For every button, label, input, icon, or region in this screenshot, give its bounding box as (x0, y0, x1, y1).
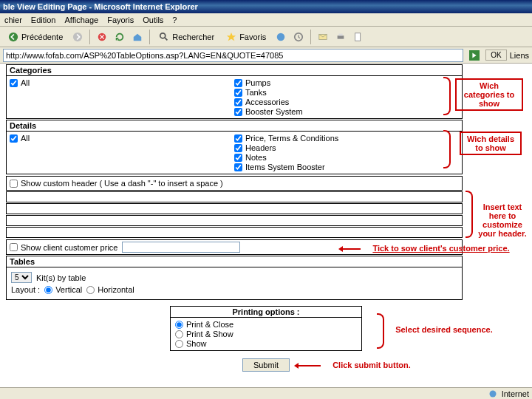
window-title: ble View Editing Page - Microsoft Intern… (3, 2, 198, 11)
brace-details (443, 130, 451, 168)
brace-header (466, 191, 473, 238)
toolbar: Précédente Rechercher Favoris (0, 27, 532, 47)
media-button[interactable] (273, 29, 289, 45)
print-button[interactable] (332, 29, 349, 45)
window-titlebar: ble View Editing Page - Microsoft Intern… (0, 0, 532, 13)
det-item[interactable]: Headers (234, 143, 459, 152)
address-bar: http://www.fofab.com/ASP%20TableOptions.… (0, 47, 532, 64)
forward-button[interactable] (69, 29, 86, 45)
custom-header-row: Show custom header ( Use a dash "-" to i… (6, 176, 463, 191)
cat-item[interactable]: Accessories (234, 98, 459, 106)
svg-rect-8 (339, 33, 343, 35)
statusbar: Internet (0, 387, 532, 399)
custom-header-check[interactable]: Show custom header ( Use a dash "-" to i… (10, 179, 459, 188)
arrow-submit (296, 365, 321, 366)
address-input[interactable]: http://www.fofab.com/ASP%20TableOptions.… (3, 49, 463, 62)
menu-favorites[interactable]: Fayoris (107, 16, 134, 24)
details-all[interactable]: All (10, 134, 234, 143)
refresh-icon (115, 32, 125, 42)
refresh-button[interactable] (112, 29, 128, 45)
callout-submit: Click submit button. (324, 359, 420, 371)
forward-icon (72, 32, 83, 42)
favorites-button[interactable]: Favoris (221, 29, 271, 45)
stop-icon (97, 32, 107, 42)
categories-header: Categories (6, 64, 463, 76)
go-button[interactable] (466, 47, 482, 64)
star-icon (226, 32, 236, 42)
det-item[interactable]: Price, Terms & Conditions (234, 134, 459, 143)
mail-button[interactable] (315, 29, 331, 45)
categories-body: All Pumps Tanks Accessories Booster Syst… (6, 76, 463, 119)
ok-button[interactable]: OK (485, 50, 506, 61)
header-line-3[interactable] (6, 215, 463, 226)
categories-all[interactable]: All (10, 78, 234, 87)
search-icon (159, 32, 169, 42)
mail-icon (318, 32, 328, 42)
svg-point-11 (489, 390, 496, 397)
back-button[interactable]: Précédente (3, 29, 68, 45)
callout-sequence: Select desired sequence. (389, 324, 499, 335)
history-icon (293, 32, 304, 42)
svg-point-1 (73, 32, 82, 41)
callout-header: Insert text here to customize your heade… (474, 201, 531, 239)
kits-label: Kit(s) by table (36, 273, 86, 282)
print-opt[interactable]: Print & Show (175, 330, 357, 338)
details-header: Details (6, 120, 463, 132)
kits-select[interactable]: 5 (11, 272, 32, 283)
edit-button[interactable] (350, 29, 366, 45)
brace-categories (443, 77, 451, 115)
svg-point-0 (9, 32, 18, 41)
tables-header: Tables (6, 256, 463, 267)
cat-item[interactable]: Tanks (234, 88, 459, 97)
menu-file[interactable]: chier (4, 16, 22, 24)
media-icon (276, 32, 286, 42)
print-title: Printing options : (171, 307, 361, 318)
cat-item[interactable]: Booster System (234, 107, 459, 116)
det-item[interactable]: Items System Booster (234, 163, 459, 171)
submit-button[interactable]: Submit (242, 358, 290, 372)
go-icon (469, 50, 480, 61)
svg-rect-7 (338, 35, 344, 38)
menu-tools[interactable]: Outils (143, 16, 163, 24)
stop-button[interactable] (94, 29, 110, 45)
header-line-2[interactable] (6, 203, 463, 214)
brace-sequence (377, 313, 384, 349)
header-line-4[interactable] (6, 227, 463, 238)
print-opt[interactable]: Show (175, 339, 357, 348)
menu-help[interactable]: ? (172, 16, 177, 24)
history-button[interactable] (290, 29, 307, 45)
details-body: All Price, Terms & Conditions Headers No… (6, 132, 463, 174)
layout-vertical[interactable]: Vertical (44, 285, 82, 294)
links-label[interactable]: Liens (510, 51, 529, 60)
search-button[interactable]: Rechercher (154, 29, 219, 45)
callout-categories: Wich categories to show (455, 78, 523, 111)
price-input[interactable] (122, 242, 240, 253)
zone-label: Internet (502, 389, 529, 398)
home-icon (132, 32, 143, 42)
arrow-price (340, 248, 361, 250)
header-line-1[interactable] (6, 191, 463, 202)
print-opt[interactable]: Print & Close (175, 320, 357, 329)
page-content: Categories All Pumps Tanks Accessories B… (0, 64, 532, 387)
callout-price: Tick to sow client's customer price. (364, 242, 519, 254)
layout-label: Layout : (11, 285, 40, 294)
menubar: chier Edition Affichage Fayoris Outils ? (0, 13, 532, 27)
edit-icon (353, 32, 364, 42)
print-options: Printing options : Print & Close Print &… (170, 306, 362, 351)
back-icon (8, 32, 18, 42)
svg-point-4 (277, 33, 285, 41)
cat-item[interactable]: Pumps (234, 78, 459, 87)
layout-horizontal[interactable]: Horizontal (86, 285, 134, 294)
svg-rect-9 (355, 33, 361, 41)
tables-body: 5 Kit(s) by table Layout : Vertical Hori… (6, 267, 463, 300)
callout-details: Wich details to show (460, 132, 522, 155)
det-item[interactable]: Notes (234, 153, 459, 162)
header-inputs (6, 191, 463, 238)
svg-point-3 (160, 33, 166, 38)
price-check[interactable]: Show client customer price (10, 243, 117, 252)
home-button[interactable] (129, 29, 146, 45)
menu-edit[interactable]: Edition (31, 16, 56, 24)
menu-view[interactable]: Affichage (64, 16, 98, 24)
internet-zone-icon (488, 389, 497, 398)
print-icon (335, 32, 346, 42)
